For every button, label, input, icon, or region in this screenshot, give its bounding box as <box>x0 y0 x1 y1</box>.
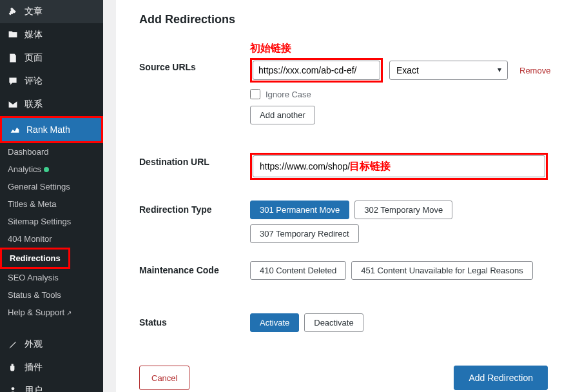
highlight-destination-input: 目标链接 <box>250 153 548 180</box>
add-another-button[interactable]: Add another <box>250 106 315 124</box>
comment-icon <box>6 75 19 88</box>
match-type-select[interactable]: Exact <box>389 61 508 80</box>
row-redirection-type: Redirection Type 301 Permanent Move 302 … <box>139 201 548 243</box>
submenu-analytics[interactable]: Analytics <box>0 161 103 178</box>
label-status: Status <box>139 313 250 328</box>
submenu-titles-meta[interactable]: Titles & Meta <box>0 195 103 213</box>
sidebar-item-label: 用户 <box>24 385 43 392</box>
media-icon <box>6 28 19 41</box>
add-redirection-button[interactable]: Add Redirection <box>454 366 548 390</box>
ignore-case-label: Ignore Case <box>266 90 311 99</box>
cancel-button[interactable]: Cancel <box>139 366 189 390</box>
sidebar-item-appearance[interactable]: 外观 <box>0 333 103 356</box>
sidebar-item-pages[interactable]: 页面 <box>0 46 103 70</box>
status-deactivate-button[interactable]: Deactivate <box>304 313 363 332</box>
sidebar-item-users[interactable]: 用户 <box>0 379 103 392</box>
pin-icon <box>6 5 19 18</box>
status-activate-button[interactable]: Activate <box>250 313 299 332</box>
admin-sidebar: 文章 媒体 页面 评论 联系 Rank Math Dashboard Analy… <box>0 0 103 392</box>
sidebar-item-media[interactable]: 媒体 <box>0 23 103 46</box>
row-destination-url: Destination URL 目标链接 <box>139 153 548 180</box>
sidebar-item-label: 插件 <box>24 362 43 373</box>
type-301-button[interactable]: 301 Permanent Move <box>250 201 349 219</box>
sidebar-item-contact[interactable]: 联系 <box>0 93 103 116</box>
external-link-icon: ↗ <box>66 309 72 317</box>
annotation-source: 初始链接 <box>250 43 291 54</box>
mail-icon <box>6 98 19 111</box>
submenu-redirections[interactable]: Redirections <box>0 248 70 269</box>
label-redirection-type: Redirection Type <box>139 201 250 215</box>
svg-point-0 <box>12 387 15 390</box>
plug-icon <box>6 361 19 374</box>
submenu-dashboard[interactable]: Dashboard <box>0 143 103 161</box>
sidebar-item-label: Rank Math <box>26 124 70 135</box>
main-content: Add Redirections 初始链接 Source URLs Exact … <box>116 0 571 392</box>
row-source-urls: Source URLs Exact Remove Ignore Case <box>139 58 548 124</box>
sidebar-item-label: 评论 <box>24 75 43 87</box>
row-maintenance-code: Maintenance Code 410 Content Deleted 451… <box>139 261 548 280</box>
sidebar-item-label: 页面 <box>24 52 43 64</box>
ignore-case-checkbox[interactable] <box>250 89 260 99</box>
code-451-button[interactable]: 451 Content Unavailable for Legal Reason… <box>351 261 533 280</box>
form-footer: Cancel Add Redirection <box>116 355 571 392</box>
sidebar-item-label: 媒体 <box>24 29 43 41</box>
sidebar-item-label: 外观 <box>24 338 43 350</box>
sidebar-item-label: 文章 <box>24 6 43 17</box>
page-title: Add Redirections <box>139 13 548 26</box>
row-status: Status Activate Deactivate <box>139 313 548 332</box>
remove-source-link[interactable]: Remove <box>519 66 550 75</box>
label-maintenance-code: Maintenance Code <box>139 261 250 275</box>
submenu-seo-analysis[interactable]: SEO Analysis <box>0 269 103 286</box>
submenu-status-tools[interactable]: Status & Tools <box>0 286 103 304</box>
sidebar-item-rankmath[interactable]: Rank Math <box>0 116 103 143</box>
submenu-sitemap[interactable]: Sitemap Settings <box>0 213 103 230</box>
code-410-button[interactable]: 410 Content Deleted <box>250 261 346 280</box>
user-icon <box>6 384 19 392</box>
highlight-source-input <box>250 58 383 83</box>
submenu-help-support[interactable]: Help & Support↗ <box>0 304 103 321</box>
label-source-urls: Source URLs <box>139 58 250 72</box>
sidebar-item-plugins[interactable]: 插件 <box>0 356 103 379</box>
sidebar-item-posts[interactable]: 文章 <box>0 0 103 23</box>
sidebar-item-label: 联系 <box>24 99 43 110</box>
type-307-button[interactable]: 307 Temporary Redirect <box>250 224 359 243</box>
status-dot-icon <box>44 167 49 172</box>
sidebar-item-comments[interactable]: 评论 <box>0 70 103 93</box>
label-destination-url: Destination URL <box>139 153 250 167</box>
destination-url-input[interactable] <box>253 155 545 177</box>
source-url-input[interactable] <box>253 61 380 80</box>
submenu-general-settings[interactable]: General Settings <box>0 178 103 195</box>
type-302-button[interactable]: 302 Temporary Move <box>354 201 452 219</box>
chart-icon <box>8 123 21 136</box>
submenu-404-monitor[interactable]: 404 Monitor <box>0 230 103 248</box>
brush-icon <box>6 338 19 351</box>
page-icon <box>6 52 19 64</box>
